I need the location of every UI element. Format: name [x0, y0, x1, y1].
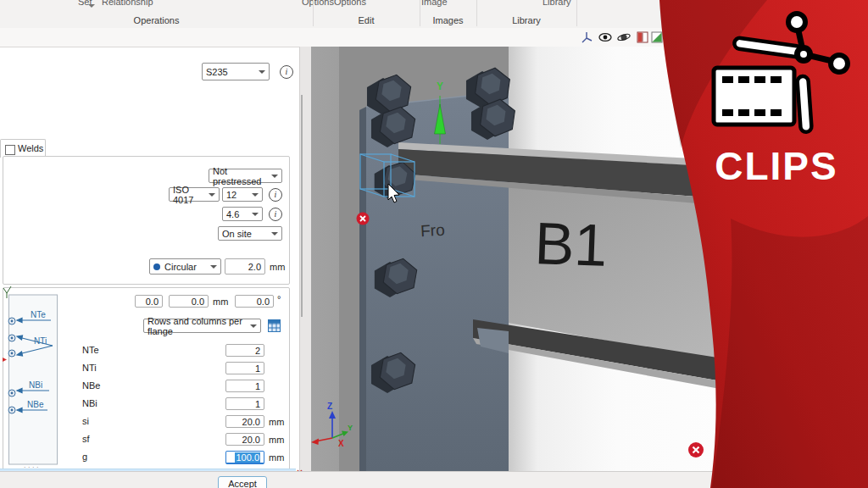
- hole-shape-value: Circular: [164, 262, 197, 272]
- param-input-nti[interactable]: 1: [225, 362, 264, 374]
- bolt-grade-select[interactable]: 4.6: [222, 207, 263, 221]
- svg-text:NBe: NBe: [27, 400, 44, 409]
- svg-text:Y: Y: [437, 80, 443, 92]
- ribbon-top-label[interactable]: Library: [542, 0, 571, 7]
- offset-y-input[interactable]: 0.0: [169, 295, 209, 308]
- material-select[interactable]: S235: [202, 63, 270, 80]
- ribbon-top-label[interactable]: Options: [302, 0, 334, 7]
- param-unit: mm: [269, 452, 284, 463]
- divider: [313, 0, 314, 26]
- param-label: si: [82, 416, 89, 426]
- layout-mode-value: Rows and columns per flange: [147, 316, 250, 336]
- param-unit: mm: [269, 417, 284, 427]
- svg-text:Y: Y: [348, 424, 353, 432]
- assembly-select[interactable]: On site: [218, 226, 282, 241]
- gap-unit: mm: [270, 262, 285, 272]
- param-input-nbe[interactable]: 1: [225, 380, 264, 392]
- prestress-select[interactable]: Not prestressed: [209, 169, 282, 183]
- angle-unit: °: [277, 294, 281, 304]
- divider: [476, 0, 477, 26]
- divider: [576, 0, 577, 26]
- application-window: Set Relationship Options Options Image L…: [0, 0, 868, 488]
- table-icon[interactable]: [268, 319, 281, 332]
- hole-shape-select[interactable]: Circular: [149, 258, 221, 274]
- panel-scrollbar[interactable]: [301, 95, 303, 317]
- param-label: NTi: [82, 363, 97, 373]
- bolt-size-select[interactable]: 12: [222, 187, 263, 202]
- param-label: NBe: [82, 380, 100, 391]
- ribbon-group-library: Library: [476, 15, 576, 25]
- param-label: NTe: [82, 345, 99, 355]
- operation-properties-panel: S235 i Welds Not prestressed ISO 4017 12…: [0, 47, 300, 472]
- prestress-value: Not prestressed: [213, 166, 271, 186]
- ribbon-group-images: Images: [420, 15, 476, 25]
- param-unit: mm: [269, 435, 284, 445]
- welds-tab-label: Welds: [18, 143, 43, 153]
- ribbon-group-operations: Operations: [0, 15, 313, 25]
- param-input-nte[interactable]: 2: [225, 344, 264, 357]
- ribbon-top-label[interactable]: Relationship: [102, 0, 153, 7]
- eye-icon[interactable]: [598, 30, 612, 44]
- red-marker-icon: [3, 358, 7, 362]
- ribbon-top-label[interactable]: Image: [421, 0, 448, 7]
- selected-text: 100.0: [235, 452, 260, 463]
- error-badge[interactable]: [357, 213, 370, 225]
- ribbon-top-label[interactable]: Options: [334, 0, 366, 7]
- param-label: sf: [82, 434, 90, 444]
- bolt-grade-value: 4.6: [226, 209, 239, 219]
- banner-title: CLIPS: [715, 144, 837, 188]
- assembly-value: On site: [222, 229, 252, 239]
- orbit-icon[interactable]: [617, 30, 631, 44]
- layout-mode-select[interactable]: Rows and columns per flange: [143, 319, 261, 333]
- material-value: S235: [206, 67, 228, 77]
- param-input-nbi[interactable]: 1: [225, 397, 264, 410]
- svg-text:NTe: NTe: [31, 310, 46, 319]
- divider: [420, 0, 420, 26]
- param-label: NBi: [82, 398, 97, 408]
- param-label: g: [82, 452, 87, 462]
- param-input-g[interactable]: 100.0: [225, 451, 264, 464]
- svg-text:X: X: [338, 439, 344, 448]
- view-label: Fro: [420, 221, 446, 240]
- axes-icon[interactable]: [580, 30, 593, 44]
- svg-text:NBi: NBi: [29, 380, 42, 390]
- info-icon[interactable]: i: [269, 188, 282, 202]
- svg-text:. . . .: . . . .: [24, 461, 39, 469]
- info-icon[interactable]: i: [280, 65, 293, 79]
- beam-label: B1: [533, 210, 608, 279]
- welds-checkbox[interactable]: [5, 145, 15, 155]
- svg-text:Z: Z: [327, 402, 332, 411]
- svg-text:NTi: NTi: [34, 336, 47, 346]
- ribbon-group-edit: Edit: [313, 15, 420, 25]
- accept-button[interactable]: Accept: [218, 476, 267, 488]
- param-input-sf[interactable]: 20.0: [225, 433, 264, 446]
- circle-icon: [153, 263, 160, 270]
- tab-welds[interactable]: Welds: [0, 139, 46, 158]
- clips-banner: CLIPS: [636, 0, 868, 488]
- offset-unit: mm: [213, 297, 228, 307]
- angle-input[interactable]: 0.0: [235, 295, 274, 308]
- param-input-si[interactable]: 20.0: [225, 415, 264, 428]
- chevron-down-icon[interactable]: [88, 4, 95, 8]
- bolt-standard-select[interactable]: ISO 4017: [169, 187, 220, 202]
- gap-input[interactable]: 2.0: [225, 258, 265, 274]
- bolt-size-value: 12: [226, 190, 236, 200]
- bolt-standard-value: ISO 4017: [173, 185, 209, 205]
- info-icon[interactable]: i: [269, 208, 282, 221]
- offset-x-input[interactable]: 0.0: [135, 295, 163, 308]
- bolt-layout-diagram: NTe NTi NBi NBe . . . .: [0, 286, 72, 469]
